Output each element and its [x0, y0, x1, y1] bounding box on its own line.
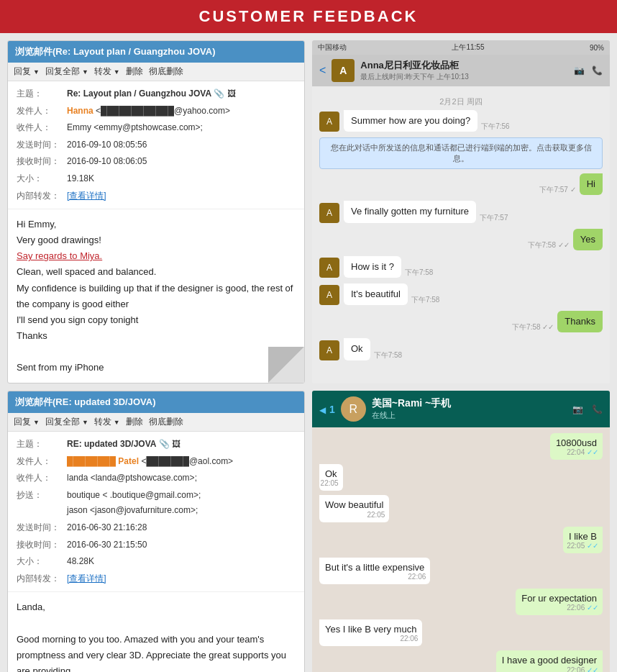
perm-delete-btn-1[interactable]: 彻底删除 — [149, 65, 183, 78]
wa-check-6: ✓✓ — [587, 604, 598, 612]
wechat-messages: 2月2日 周四 A Summer how are you doing? 下午7:… — [312, 86, 610, 383]
sender-name-2: ████████ Patel — [67, 456, 139, 466]
email-meta-1: 主题： Re: Layout plan / Guangzhou JOVA 📎 🖼… — [8, 81, 304, 209]
wechat-msg-5: A How is it ? 下午7:58 — [319, 256, 603, 278]
sender-name-1: Hanna — [67, 106, 93, 116]
sent-value-2: 2016-06-30 21:16:28 — [67, 519, 296, 537]
wechat-time-7: 下午7:58 ✓✓ — [512, 322, 554, 332]
wechat-sender-avatar-6: A — [319, 285, 339, 305]
perm-delete-btn-2[interactable]: 彻底删除 — [149, 416, 183, 428]
forward-btn-1[interactable]: 转发 ▼ — [94, 65, 120, 78]
cc-label-2: 抄送： — [17, 487, 67, 519]
from-value-2: ████████ Patel <███████@aol.com> — [67, 453, 296, 471]
wechat-msg-7: 下午7:58 ✓✓ Thanks — [319, 311, 603, 332]
email-panel-2: 浏览邮件(RE: updated 3D/JOVA) 回复 ▼ 回复全部 ▼ 转发… — [7, 391, 305, 672]
subject-label-1: 主题： — [17, 86, 67, 103]
wa-msg-5: But it's a little expensive 22:06 — [319, 558, 603, 584]
main-grid: 浏览邮件(Re: Layout plan / Guangzhou JOVA) 回… — [0, 33, 617, 672]
page-header: CUSTOMER FEEDBACK — [0, 0, 617, 33]
forward-arrow-2: ▼ — [114, 419, 120, 426]
wa-msg-8: I have a good designer 22:06 ✓✓ — [319, 650, 603, 672]
forward-btn-2[interactable]: 转发 ▼ — [94, 416, 120, 428]
wechat-contact-info: Anna尼日利亚化妆品柜 最后上线时间:昨天下午 上午10:13 — [360, 59, 568, 82]
size-label-1: 大小： — [17, 171, 67, 188]
wechat-back-btn[interactable]: < — [319, 64, 326, 77]
reply-all-arrow: ▼ — [82, 68, 88, 76]
wa-bubble-4: I like B 22:05 ✓✓ — [563, 527, 603, 553]
page-curl-1 — [268, 347, 304, 383]
wa-msg-2: Ok 22:05 — [319, 464, 603, 491]
whatsapp-back-btn[interactable]: ◀ 1 — [319, 401, 335, 417]
email-panel-1: 浏览邮件(Re: Layout plan / Guangzhou JOVA) 回… — [7, 40, 305, 383]
wechat-msg-1: A Summer how are you doing? 下午7:56 — [319, 110, 603, 132]
body-line-6: I'll send you sign copy tonight — [17, 312, 296, 328]
wa-time-3: 22:05 — [367, 510, 385, 520]
reply-btn-2[interactable]: 回复 ▼ — [14, 416, 40, 428]
wechat-msg-3: A Ve finally gotten my furniture 下午7:57 — [319, 201, 603, 222]
subject-value-1: Re: Layout plan / Guangzhou JOVA 📎 🖼 — [67, 86, 296, 103]
from-value-1: Hanna <████████████@yahoo.com> — [67, 103, 296, 120]
wechat-time-6: 下午7:58 — [411, 295, 439, 305]
wechat-time-4: 下午7:58 ✓✓ — [528, 240, 570, 250]
recv-label-1: 接收时间： — [17, 153, 67, 171]
wa-time-7: 22:06 — [400, 634, 418, 644]
body-line-9: Sent from my iPhone — [17, 360, 296, 376]
wa-msg-6: For ur expectation 22:06 ✓✓ — [319, 589, 603, 615]
reply-btn-1[interactable]: 回复 ▼ — [14, 65, 40, 78]
wa-time-5: 22:06 — [408, 572, 426, 582]
body-line-7: Thanks — [17, 328, 296, 344]
forward-link-2[interactable]: [查看详情] — [67, 571, 296, 588]
email-header-2: 浏览邮件(RE: updated 3D/JOVA) — [8, 391, 304, 413]
cc-1: boutique < .boutique@gmail.com>; — [67, 490, 201, 500]
wechat-sender-avatar-3: A — [319, 203, 339, 223]
sender-email-2: <███████@aol.com> — [141, 456, 233, 466]
delete-btn-2[interactable]: 删除 — [126, 416, 143, 428]
voice-call-icon[interactable]: 📞 — [592, 65, 603, 76]
video-call-icon[interactable]: 📷 — [574, 65, 585, 76]
wechat-battery: 90% — [590, 44, 604, 52]
whatsapp-call-icon[interactable]: 📞 — [592, 404, 603, 414]
whatsapp-contact: 美国~Rami ~手机 在线上 — [372, 397, 567, 421]
wechat-bubble-5: How is it ? — [344, 256, 401, 278]
wa-time-8: 22:06 ✓✓ — [567, 666, 598, 672]
reply-all-btn-1[interactable]: 回复全部 ▼ — [45, 65, 88, 78]
wa-bubble-3: Wow beautiful 22:05 — [319, 495, 389, 522]
whatsapp-header: ◀ 1 R 美国~Rami ~手机 在线上 📷 📞 — [312, 391, 610, 427]
wa-check-4: ✓✓ — [587, 542, 598, 550]
wechat-msg-6: A It's beautiful 下午7:58 — [319, 283, 603, 305]
reply-arrow: ▼ — [33, 68, 40, 76]
delete-btn-1[interactable]: 删除 — [126, 65, 143, 78]
wechat-time-1: 下午7:56 — [481, 122, 509, 132]
wechat-bubble-3: Ve finally gotten my furniture — [344, 201, 476, 222]
recv-label-2: 接收时间： — [17, 537, 67, 554]
to-value-1: Emmy <emmy@ptshowcase.com>; — [67, 119, 296, 137]
wa-check-8: ✓✓ — [587, 666, 598, 672]
reply-all-btn-2[interactable]: 回复全部 ▼ — [45, 416, 88, 428]
wa-bubble-6: For ur expectation 22:06 ✓✓ — [516, 589, 603, 615]
sent-label-1: 发送时间： — [17, 137, 67, 154]
forward-link-1[interactable]: [查看详情] — [67, 188, 296, 205]
wechat-status-bar: 中国移动 上午11:55 90% — [312, 40, 610, 55]
wa-bubble-7: Yes I like B very much 22:06 — [319, 619, 422, 646]
wechat-msg-2: 下午7:57 ✓ Hi — [319, 173, 603, 195]
wechat-action-icons: 📷 📞 — [574, 65, 603, 76]
wa-msg-1: 10800usd 22:04 ✓✓ — [319, 433, 603, 460]
wechat-sender-avatar-5: A — [319, 258, 339, 278]
wechat-time-3: 下午7:57 — [480, 213, 508, 223]
subject-text-2: RE: updated 3D/JOVA — [67, 439, 156, 449]
email-attach-icons: 📎 🖼 — [214, 88, 235, 99]
wechat-time-5: 下午7:58 — [405, 268, 433, 278]
from-label-2: 发件人： — [17, 453, 67, 471]
wa-check-1: ✓✓ — [587, 448, 598, 456]
wechat-carrier: 中国移动 — [318, 42, 347, 53]
recv-value-1: 2016-09-10 08:06:05 — [67, 153, 296, 171]
forward-detail-link-2[interactable]: [查看详情] — [67, 573, 106, 584]
cc-2: jason <jason@jovafurniture.com>; — [67, 505, 198, 515]
body-line-2: Very good drawings! — [17, 232, 296, 248]
wechat-sender-avatar-8: A — [319, 340, 339, 360]
body-line-1: Hi Emmy, — [17, 217, 296, 232]
cc-value-2: boutique < .boutique@gmail.com>; jason <… — [67, 487, 296, 519]
whatsapp-messages: 10800usd 22:04 ✓✓ Ok 22:05 Wow beautiful… — [312, 427, 610, 672]
forward-detail-link-1[interactable]: [查看详情] — [67, 191, 106, 201]
whatsapp-video-icon[interactable]: 📷 — [572, 404, 583, 414]
